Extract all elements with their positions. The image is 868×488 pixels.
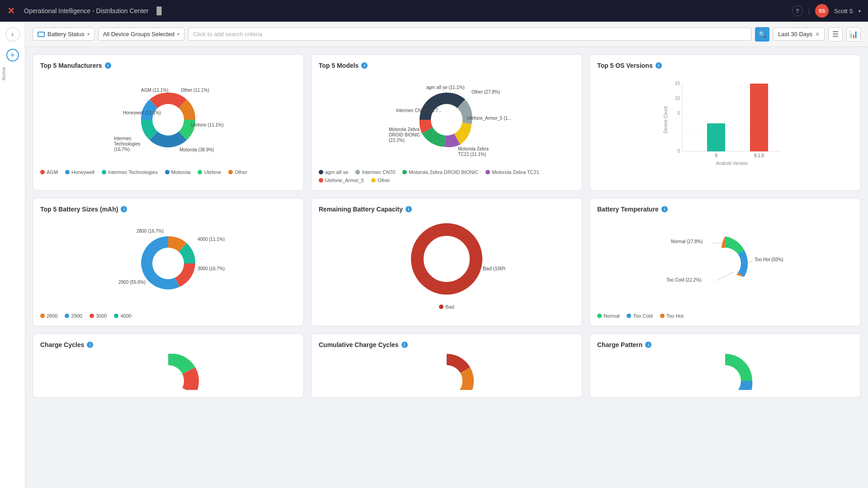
svg-point-0: [152, 104, 184, 136]
svg-text:Motorola Zebra: Motorola Zebra: [458, 146, 489, 151]
legend-4000: 4000: [114, 313, 131, 319]
legend-agm: AGM: [40, 169, 58, 175]
svg-text:Other (11.1%): Other (11.1%): [181, 88, 209, 93]
remaining-battery-title: Remaining Battery Capacity i: [319, 206, 575, 213]
ulefone-dot: [198, 170, 202, 174]
svg-text:Intermec: Intermec: [114, 136, 132, 141]
top5-manufacturers-title: Top 5 Manufacturers i: [40, 62, 296, 69]
battery-temperature-title: Battery Temperature i: [597, 206, 853, 213]
svg-text:5: 5: [677, 111, 680, 116]
top5-os-title: Top 5 OS Versions i: [597, 62, 853, 69]
top5-manufacturers-card: Top 5 Manufacturers i: [33, 54, 304, 191]
svg-rect-31: [707, 123, 725, 151]
svg-text:Device Count: Device Count: [663, 106, 668, 133]
svg-text:agm a8 se (11.1%): agm a8 se (11.1%): [426, 85, 465, 90]
svg-text:(22.2%): (22.2%): [389, 138, 405, 143]
charge-cycles-title: Charge Cycles i: [40, 341, 296, 348]
battery-sizes-card: Top 5 Battery Sizes (mAh) i: [33, 198, 304, 326]
remaining-battery-info-icon[interactable]: i: [406, 206, 412, 212]
models-donut-chart: agm a8 se (11.1%) Intermec CN70 (16.7...…: [379, 75, 514, 165]
legend-ulefone: Ulefone: [198, 169, 221, 175]
search-criteria-area[interactable]: Click to add search criteria: [188, 28, 751, 41]
help-button[interactable]: ?: [792, 5, 803, 16]
main-content: Top 5 Manufacturers i: [25, 47, 868, 412]
battery-status-filter[interactable]: Battery Status ▾: [33, 28, 94, 41]
legend-too-hot: Too Hot: [660, 313, 684, 319]
cumulative-cycles-info-icon[interactable]: i: [401, 342, 408, 348]
sidebar-nav-button[interactable]: ›: [5, 27, 20, 42]
battery-status-dropdown-icon[interactable]: ▾: [87, 32, 90, 37]
os-info-icon[interactable]: i: [656, 62, 662, 69]
svg-text:3000 (16.7%): 3000 (16.7%): [198, 266, 225, 271]
username: Scott S: [834, 8, 853, 14]
legend-too-cold: Too Cold: [627, 313, 652, 319]
svg-text:(16.7%): (16.7%): [114, 147, 130, 152]
charge-cycles-card: Charge Cycles i: [33, 333, 304, 398]
battery-temperature-legend: Normal Too Cold Too Hot: [597, 313, 853, 319]
svg-text:Ulefone (11.1%): Ulefone (11.1%): [191, 122, 223, 127]
avatar[interactable]: SS: [815, 4, 829, 18]
active-label: Active: [1, 67, 6, 80]
svg-text:Ulefone_Armor_5 (1...: Ulefone_Armor_5 (1...: [467, 116, 511, 121]
svg-text:DROID BIONIC: DROID BIONIC: [389, 132, 420, 137]
app-logo[interactable]: ✕: [7, 5, 15, 16]
charge-cycles-info-icon[interactable]: i: [87, 342, 93, 348]
charge-cycles-preview-chart: [123, 354, 213, 390]
charge-pattern-card: Charge Pattern i: [590, 333, 861, 398]
legend-2900: 2900: [65, 313, 82, 319]
legend-honeywell: Honeywell: [65, 169, 94, 175]
battery-sizes-info-icon[interactable]: i: [121, 206, 127, 212]
svg-text:Technologies: Technologies: [114, 141, 140, 146]
svg-text:TC21 (11.1%): TC21 (11.1%): [458, 152, 486, 157]
view-toggle-button[interactable]: ☰: [828, 27, 843, 42]
battery-temperature-info-icon[interactable]: i: [661, 206, 668, 212]
battery-status-label: Battery Status: [47, 31, 85, 38]
legend-models-other: Other: [371, 178, 390, 183]
intermec-dot: [102, 170, 106, 174]
search-icon: 🔍: [759, 31, 766, 38]
svg-text:Too Cold (22.2%): Too Cold (22.2%): [666, 277, 701, 282]
battery-sizes-title: Top 5 Battery Sizes (mAh) i: [40, 206, 296, 213]
motorola-dot: [165, 170, 170, 174]
svg-text:8.1.0: 8.1.0: [754, 153, 764, 158]
legend-motorola: Motorola: [165, 169, 191, 175]
search-button[interactable]: 🔍: [755, 27, 769, 42]
device-icon: [38, 32, 45, 37]
svg-text:Intermec CN70 (16.7...: Intermec CN70 (16.7...: [396, 108, 442, 113]
search-placeholder: Click to add search criteria: [193, 31, 262, 38]
svg-text:10: 10: [675, 96, 680, 101]
chevron-right-icon: ›: [11, 30, 14, 38]
legend-intermec-cn70: Intermec CN70: [355, 169, 395, 175]
models-info-icon[interactable]: i: [361, 62, 368, 69]
manufacturers-info-icon[interactable]: i: [105, 62, 111, 69]
device-groups-filter[interactable]: All Device Groups Selected ▾: [98, 28, 184, 41]
svg-point-36: [152, 248, 184, 279]
divider: |: [808, 8, 810, 14]
bar-chart-icon[interactable]: ▐▌: [154, 7, 164, 15]
manufacturers-legend: AGM Honeywell Intermec Technologies Moto…: [40, 169, 296, 175]
svg-text:Honeywell (11.1%): Honeywell (11.1%): [123, 110, 161, 115]
legend-ulefone-armor5: Ulefone_Armor_5: [319, 178, 364, 183]
chart-toggle-button[interactable]: 📊: [846, 27, 861, 42]
sidebar-add-button[interactable]: +: [6, 49, 19, 61]
remaining-battery-donut-chart: Bad (100%): [388, 218, 505, 300]
svg-point-45: [709, 248, 741, 279]
topnav: ✕ Operational Intelligence - Distributio…: [0, 0, 868, 22]
date-range-filter[interactable]: Last 30 Days ✕: [773, 28, 825, 41]
charge-pattern-preview-chart: [680, 354, 770, 390]
charts-row-2: Top 5 Battery Sizes (mAh) i: [33, 198, 861, 326]
top5-models-card: Top 5 Models i: [311, 54, 582, 191]
charts-row-1: Top 5 Manufacturers i: [33, 54, 861, 191]
date-range-clear-button[interactable]: ✕: [815, 31, 820, 38]
legend-moto-tc21: Motorola Zebra TC21: [486, 169, 539, 175]
os-bar-chart: 15 10 5 0 Device Count 9 8.1.0 Android V…: [662, 79, 788, 169]
charge-pattern-info-icon[interactable]: i: [645, 342, 651, 348]
date-range-label: Last 30 Days: [778, 31, 812, 38]
svg-text:Android Version: Android Version: [716, 161, 748, 166]
cumulative-charge-cycles-title: Cumulative Charge Cycles i: [319, 341, 575, 348]
device-groups-dropdown-icon[interactable]: ▾: [177, 32, 179, 37]
user-dropdown-icon[interactable]: ▾: [859, 9, 861, 14]
svg-point-42: [430, 242, 463, 276]
svg-text:0: 0: [677, 149, 680, 154]
remaining-battery-card: Remaining Battery Capacity i Bad (100%) …: [311, 198, 582, 326]
